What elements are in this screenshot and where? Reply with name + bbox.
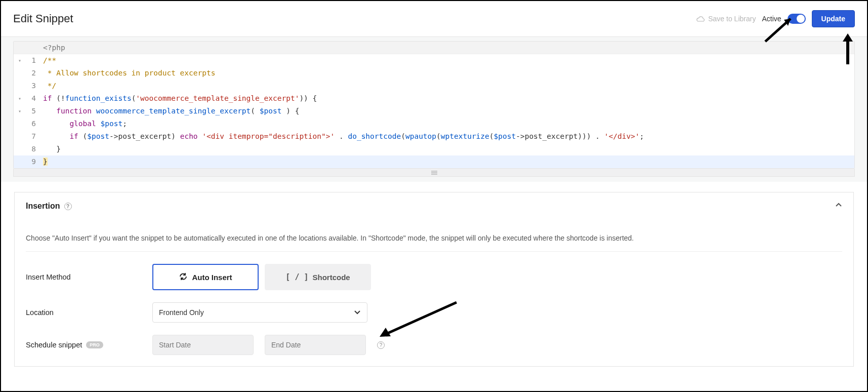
- active-toggle[interactable]: [788, 14, 806, 24]
- code-php-open: <?php: [14, 42, 854, 54]
- refresh-icon: [179, 272, 188, 283]
- auto-insert-label: Auto Insert: [192, 273, 232, 282]
- start-date-placeholder: Start Date: [159, 341, 191, 349]
- topbar-actions: Save to Library Active Update: [696, 10, 855, 27]
- end-date-placeholder: End Date: [271, 341, 301, 349]
- code-line[interactable]: ▾5 function woocommerce_template_single_…: [14, 105, 854, 117]
- code-line[interactable]: 7 if ($post->post_excerpt) echo '<div it…: [14, 130, 854, 143]
- editor-area: <?php ▾1/**2 * Allow shortcodes in produ…: [1, 37, 867, 182]
- schedule-row: Schedule snippet PRO Start Date End Date…: [26, 323, 842, 355]
- insertion-panel: Insertion ? Choose "Auto Insert" if you …: [14, 192, 854, 367]
- schedule-label: Schedule snippet: [26, 341, 82, 349]
- shortcode-label: Shortcode: [312, 273, 350, 282]
- code-line[interactable]: ▾1/**: [14, 54, 854, 67]
- save-to-library[interactable]: Save to Library: [696, 15, 756, 23]
- insertion-panel-body: Choose "Auto Insert" if you want the sni…: [15, 220, 853, 366]
- code-line[interactable]: ▾4if (!function_exists('woocommerce_temp…: [14, 92, 854, 105]
- code-line[interactable]: 8 }: [14, 143, 854, 155]
- insertion-panel-header[interactable]: Insertion ?: [15, 192, 853, 220]
- cloud-icon: [696, 16, 705, 22]
- save-to-library-label: Save to Library: [708, 15, 756, 23]
- shortcode-icon: [ / ]: [285, 272, 308, 282]
- code-line[interactable]: 9}: [14, 155, 854, 168]
- location-select[interactable]: Frontend Only: [152, 302, 367, 323]
- editor-resizer[interactable]: [13, 169, 855, 177]
- help-icon[interactable]: ?: [64, 203, 72, 210]
- location-value: Frontend Only: [159, 308, 204, 317]
- insertion-title: Insertion: [26, 202, 60, 211]
- auto-insert-button[interactable]: Auto Insert: [152, 264, 259, 290]
- insertion-description: Choose "Auto Insert" if you want the sni…: [26, 222, 842, 252]
- location-label: Location: [26, 308, 152, 317]
- page-title: Edit Snippet: [13, 12, 73, 25]
- active-label: Active: [762, 15, 781, 23]
- update-button[interactable]: Update: [812, 10, 855, 27]
- shortcode-button[interactable]: [ / ] Shortcode: [265, 264, 371, 290]
- code-line[interactable]: 3 */: [14, 80, 854, 92]
- chevron-down-icon: [354, 308, 361, 317]
- chevron-up-icon: [835, 202, 842, 211]
- help-icon[interactable]: ?: [377, 341, 385, 349]
- end-date-field[interactable]: End Date: [265, 335, 366, 355]
- topbar: Edit Snippet Save to Library Active Upda…: [1, 1, 867, 37]
- start-date-field[interactable]: Start Date: [152, 335, 254, 355]
- insert-method-row: Insert Method Auto Insert [ / ] Shortcod…: [26, 252, 842, 290]
- pro-badge: PRO: [86, 341, 103, 348]
- insert-method-label: Insert Method: [26, 273, 152, 281]
- code-editor[interactable]: <?php ▾1/**2 * Allow shortcodes in produ…: [13, 41, 855, 169]
- code-line[interactable]: 2 * Allow shortcodes in product excerpts: [14, 67, 854, 80]
- location-row: Location Frontend Only: [26, 290, 842, 323]
- code-line[interactable]: 6 global $post;: [14, 117, 854, 130]
